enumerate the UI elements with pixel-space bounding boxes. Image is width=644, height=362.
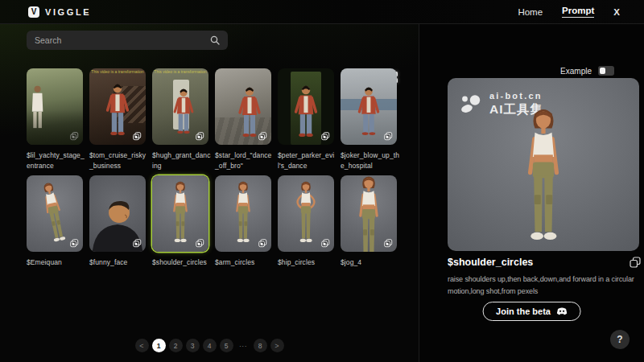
figure-red-shirt-man: [105, 84, 130, 135]
detail-title-row: $shoulder_circles: [448, 257, 641, 268]
pagination-next-button[interactable]: >: [270, 339, 284, 352]
search-placeholder: Search: [35, 35, 61, 45]
viggle-logo-icon: V: [28, 6, 39, 18]
card-label: $tom_cruise_risky_business: [89, 150, 149, 171]
thumbnail-image: [215, 68, 271, 145]
card-label: $joker_blow_up_the_hospital: [341, 150, 400, 171]
discord-icon: [557, 307, 568, 315]
detail-panel: Example ai-bot.cn AI工具集: [419, 24, 644, 362]
search-input[interactable]: Search: [27, 31, 228, 50]
copy-icon: [70, 132, 79, 141]
figure-cartoon-woman: [229, 180, 258, 243]
card-label: $arm_circles: [215, 257, 275, 268]
thumbnail-watermark-text: This video is a transformation: [152, 69, 208, 74]
card-lil-yachty[interactable]: $lil_yachty_stage_entrance: [27, 68, 83, 171]
search-icon: [210, 35, 220, 45]
gallery-row-2: $Emeiquan $funny_face: [27, 175, 398, 268]
copy-icon: [196, 132, 204, 141]
card-label: $peter_parker_evil's_dance: [278, 150, 337, 171]
copy-icon: [133, 132, 142, 141]
card-label: $star_lord_"dance_off_bro": [215, 150, 275, 171]
pagination-prev-button[interactable]: <: [135, 339, 149, 352]
copy-icon: [258, 239, 267, 248]
figure-cartoon-woman: [33, 179, 74, 245]
card-funny-face[interactable]: $funny_face: [89, 175, 146, 268]
pagination-page-2[interactable]: 2: [169, 339, 183, 352]
figure-light-person: [28, 85, 47, 132]
copy-icon: [384, 239, 393, 248]
pagination: < 1 2 3 4 5 ··· 8 >: [0, 339, 419, 352]
thumbnail-image: [27, 175, 83, 252]
thumbnail-image: [278, 68, 334, 145]
thumbnail-image: This video is a transformation: [89, 68, 146, 145]
card-label: $funny_face: [89, 257, 149, 268]
nav-prompt[interactable]: Prompt: [562, 6, 594, 18]
thumbnail-watermark-text: This video is a transformation: [89, 69, 146, 74]
watermark-line1: ai-bot.cn: [489, 91, 543, 101]
card-label: $Emeiquan: [27, 257, 86, 268]
figure-red-shirt-man: [237, 87, 262, 137]
preview-image: ai-bot.cn AI工具集: [448, 78, 639, 251]
nav-home[interactable]: Home: [518, 7, 543, 17]
main-content: Search $lil_yac: [0, 24, 644, 362]
card-label: $hugh_grant_dancing: [152, 150, 212, 171]
brand[interactable]: V VIGGLE: [28, 6, 91, 18]
copy-icon: [196, 239, 204, 248]
card-shoulder-circles[interactable]: $shoulder_circles: [152, 175, 208, 268]
header: V VIGGLE Home Prompt X: [0, 0, 644, 24]
card-emeiquan[interactable]: $Emeiquan: [27, 175, 83, 268]
help-button[interactable]: ?: [610, 330, 630, 349]
thumbnail-image: [341, 68, 397, 145]
viggle-app: V VIGGLE Home Prompt X Search: [0, 0, 644, 362]
template-grid: $lil_yachty_stage_entrance This video is…: [27, 68, 398, 268]
toggle-knob: [600, 68, 605, 74]
card-label: $jog_4: [341, 257, 400, 268]
copy-icon: [321, 132, 330, 141]
figure-cartoon-woman-large: [512, 106, 576, 241]
figure-red-shirt-man: [172, 88, 194, 134]
pagination-page-8[interactable]: 8: [254, 339, 267, 352]
header-nav: Home Prompt X: [518, 6, 620, 18]
card-star-lord[interactable]: $star_lord_"dance_off_bro": [215, 68, 271, 171]
figure-red-shirt-man: [357, 87, 380, 135]
copy-icon: [384, 132, 393, 141]
card-hip-circles[interactable]: $hip_circles: [278, 175, 334, 268]
card-hugh-grant[interactable]: This video is a transformation $hugh_gra…: [152, 68, 208, 171]
figure-cartoon-woman-hands-on-hips: [291, 180, 321, 243]
card-tom-cruise[interactable]: This video is a transformation $tom_crui…: [89, 68, 146, 171]
pagination-ellipsis: ···: [237, 339, 250, 352]
card-jog-4[interactable]: $jog_4: [341, 175, 397, 268]
card-label: $shoulder_circles: [152, 257, 212, 268]
pagination-page-5[interactable]: 5: [220, 339, 233, 352]
gallery-row-1: $lil_yachty_stage_entrance This video is…: [27, 68, 398, 171]
nav-x[interactable]: X: [613, 7, 620, 17]
template-gallery-panel: Search $lil_yac: [0, 24, 419, 362]
pagination-page-3[interactable]: 3: [186, 339, 200, 352]
detail-description: raise shoulders up,then back,down,and fo…: [448, 274, 644, 298]
thumbnail-image: [278, 175, 334, 252]
figure-red-shirt-man: [294, 85, 319, 137]
card-label: $lil_yachty_stage_entrance: [27, 150, 86, 171]
card-arm-circles[interactable]: $arm_circles: [215, 175, 271, 268]
pagination-page-4[interactable]: 4: [203, 339, 217, 352]
copy-icon[interactable]: [630, 257, 641, 268]
figure-cartoon-woman: [349, 175, 389, 252]
join-beta-button[interactable]: Join the beta: [482, 302, 581, 321]
pagination-page-1[interactable]: 1: [152, 339, 166, 352]
thumbnail-image: [27, 68, 83, 145]
join-beta-label: Join the beta: [496, 306, 551, 316]
figure-cartoon-woman: [166, 180, 196, 243]
copy-icon: [258, 132, 267, 141]
brand-name: VIGGLE: [45, 7, 91, 17]
detail-title: $shoulder_circles: [448, 257, 533, 268]
example-label: Example: [560, 67, 592, 76]
thumbnail-image: [341, 175, 397, 252]
card-joker[interactable]: $joker_blow_up_the_hospital: [341, 68, 397, 171]
copy-icon: [321, 239, 330, 248]
thumbnail-image: This video is a transformation: [152, 68, 208, 145]
example-toggle[interactable]: [598, 66, 614, 76]
card-peter-parker[interactable]: $peter_parker_evil's_dance: [278, 68, 334, 171]
copy-icon: [70, 239, 79, 248]
example-toggle-row: Example: [560, 66, 614, 76]
copy-icon: [133, 239, 142, 248]
